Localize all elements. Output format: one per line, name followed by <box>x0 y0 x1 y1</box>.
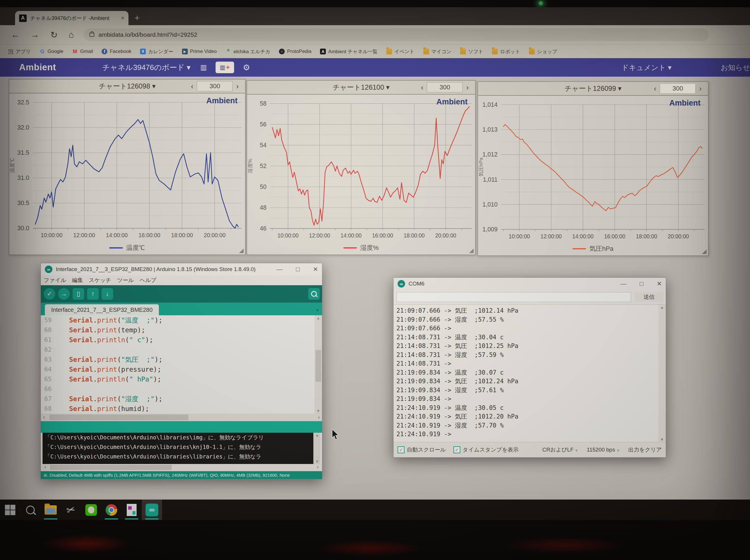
serial-input-field[interactable] <box>396 292 631 302</box>
maximize-button[interactable]: □ <box>296 266 300 273</box>
taskbar-chrome-icon[interactable] <box>101 500 121 520</box>
bookmark-item[interactable]: マイコン <box>423 48 452 55</box>
browser-tab[interactable]: A チャネル39476のボード -Ambient × <box>15 11 129 25</box>
board-title-dropdown[interactable]: チャネル39476のボード ▾ <box>102 62 191 73</box>
new-sketch-button[interactable]: ▯ <box>73 288 84 300</box>
scrollbar-thumb[interactable] <box>50 415 189 420</box>
baud-rate-select[interactable]: 115200 bps ∨ <box>587 447 619 453</box>
tab-close-icon[interactable]: × <box>121 15 124 21</box>
bookmark-item[interactable]: fFacebook <box>102 48 131 54</box>
sketch-tab[interactable]: Interface_2021_7__3_ESP32_BME280 <box>45 304 159 315</box>
serial-titlebar[interactable]: ∞ COM6 — □ ✕ <box>394 278 666 290</box>
chart-next-button[interactable]: › <box>696 84 705 93</box>
upload-button[interactable]: → <box>58 288 70 300</box>
bookmark-item[interactable]: GGoogle <box>39 48 63 54</box>
close-button[interactable]: ✕ <box>656 280 662 287</box>
clear-output-button[interactable]: 出力をクリア <box>628 446 662 454</box>
scroll-down-icon[interactable]: ▼ <box>313 459 321 464</box>
x-tick-label: 20:00:00 <box>668 233 689 239</box>
document-icon[interactable]: ▥ <box>200 63 207 72</box>
serial-line: 21:14:08.731 -> 気圧 ;1012.25 hPa <box>396 342 658 351</box>
scroll-down-icon[interactable]: ▼ <box>658 437 666 442</box>
bookmark-item[interactable]: ソフト <box>460 48 483 55</box>
line-ending-select[interactable]: CRおよびLF ∨ <box>542 446 578 454</box>
resize-handle[interactable] <box>702 249 707 254</box>
scroll-left-icon[interactable]: ‹ <box>43 414 45 420</box>
taskbar-notepad-icon[interactable] <box>121 500 142 520</box>
bookmark-item[interactable]: MGmail <box>72 48 93 54</box>
autoscroll-checkbox[interactable]: ✓ <box>398 446 404 453</box>
bookmark-item[interactable]: ○ProtoPedia <box>279 48 311 54</box>
taskbar-line-app-icon[interactable] <box>81 500 101 520</box>
bookmark-item[interactable]: *elchika エルチカ <box>225 48 270 55</box>
reload-icon[interactable]: ↻ <box>50 30 58 40</box>
menu-file[interactable]: ファイル <box>44 277 66 284</box>
serial-monitor-button[interactable] <box>308 288 320 300</box>
back-icon[interactable]: ← <box>11 30 20 40</box>
chart-prev-button[interactable]: ‹ <box>417 83 427 92</box>
menu-sketch[interactable]: スケッチ <box>89 277 112 284</box>
bookmark-item[interactable]: ▶Prime Video <box>182 48 217 54</box>
chart-range-input[interactable] <box>197 81 233 92</box>
chart-legend: 温度℃ <box>9 243 245 252</box>
console-horizontal-scrollbar[interactable]: ‹ › <box>42 464 320 471</box>
scroll-right-icon[interactable]: › <box>318 414 320 420</box>
forward-icon[interactable]: → <box>31 30 39 40</box>
home-icon[interactable]: ⌂ <box>68 30 74 40</box>
address-bar[interactable]: ambidata.io/bd/board.html?id=29252 <box>84 28 709 41</box>
add-chart-button[interactable]: ▥+ <box>216 62 234 73</box>
menu-tools[interactable]: ツール <box>117 277 134 284</box>
chart-next-button[interactable]: › <box>233 82 242 91</box>
code-editor[interactable]: 59 Serial.print("温度 ;");60 Serial.print(… <box>41 315 322 414</box>
ambient-logo[interactable]: Ambient <box>19 62 56 73</box>
code-horizontal-scrollbar[interactable]: ‹ › <box>41 414 322 421</box>
arduino-titlebar[interactable]: ∞ Interface_2021_7__3_ESP32_BME280 | Ard… <box>41 263 322 275</box>
minimize-button[interactable]: — <box>620 280 627 287</box>
scroll-up-icon[interactable]: ▲ <box>315 316 322 320</box>
scroll-up-icon[interactable]: ▲ <box>313 433 321 437</box>
bookmark-item[interactable]: ロボット <box>492 48 520 55</box>
taskbar-arduino-icon[interactable]: ∞ <box>142 500 162 520</box>
scrollbar-thumb[interactable] <box>315 350 321 382</box>
bookmark-item[interactable]: ショップ <box>529 48 557 55</box>
serial-vertical-scrollbar[interactable]: ▲ ▼ <box>658 305 666 442</box>
taskbar-snipping-tool-icon[interactable]: ✂ <box>61 500 81 520</box>
bookmark-item[interactable]: イベント <box>386 48 415 55</box>
scroll-up-icon[interactable]: ▲ <box>658 305 666 309</box>
maximize-button[interactable]: □ <box>640 280 644 287</box>
gear-icon[interactable]: ⚙ <box>243 63 250 72</box>
console-vertical-scrollbar[interactable]: ▲ ▼ <box>313 433 320 464</box>
nav-documents[interactable]: ドキュメント ▾ <box>621 63 672 72</box>
chart-range-input[interactable] <box>660 83 696 94</box>
tab-list-caret-icon[interactable]: ▾ <box>316 307 319 313</box>
menu-edit[interactable]: 編集 <box>72 277 83 284</box>
bookmark-label: イベント <box>394 48 415 55</box>
bookmark-item[interactable]: アプリ <box>7 48 31 55</box>
nav-news[interactable]: お知らせ ▾ <box>721 63 750 72</box>
taskbar-start-icon[interactable] <box>0 500 20 520</box>
chart-next-button[interactable]: › <box>463 83 472 92</box>
scroll-left-icon[interactable]: ‹ <box>44 464 46 470</box>
chart-prev-button[interactable]: ‹ <box>188 82 197 91</box>
minimize-button[interactable]: — <box>277 266 283 273</box>
taskbar-file-explorer-icon[interactable] <box>40 500 61 520</box>
scroll-right-icon[interactable]: › <box>317 464 319 470</box>
verify-button[interactable]: ✓ <box>44 288 55 300</box>
close-button[interactable]: ✕ <box>313 266 318 273</box>
chart-prev-button[interactable]: ‹ <box>650 84 660 93</box>
scroll-down-icon[interactable]: ▼ <box>315 409 322 413</box>
resize-handle[interactable] <box>469 248 474 253</box>
open-button[interactable]: ↑ <box>87 288 99 300</box>
bookmark-item[interactable]: AAmbient チャネル一覧 <box>320 48 378 55</box>
bookmark-item[interactable]: 9カレンダー <box>140 48 173 55</box>
new-tab-button[interactable]: + <box>135 14 140 22</box>
taskbar-search-icon[interactable] <box>20 500 40 520</box>
code-vertical-scrollbar[interactable]: ▲ ▼ <box>315 315 322 414</box>
timestamp-checkbox[interactable]: ✓ <box>453 446 460 453</box>
menu-help[interactable]: ヘルプ <box>139 277 156 284</box>
resize-handle[interactable] <box>239 248 244 253</box>
chart-range-input[interactable] <box>427 82 463 93</box>
send-button[interactable]: 送信 <box>634 292 664 302</box>
scrollbar-thumb[interactable] <box>50 465 172 470</box>
save-button[interactable]: ↓ <box>102 288 113 300</box>
